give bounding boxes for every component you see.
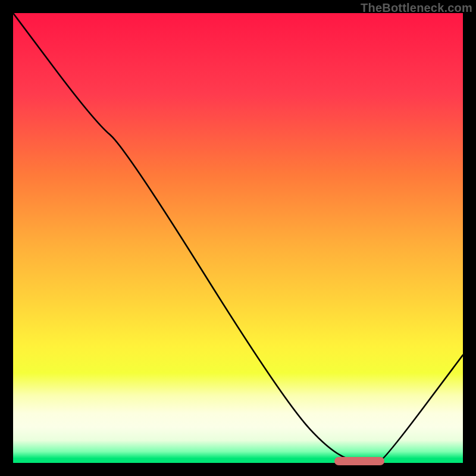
optimal-range-marker: [334, 457, 384, 465]
chart-frame: TheBottleneck.com: [0, 0, 476, 476]
plot-area: [13, 13, 463, 463]
curve-path: [13, 13, 463, 463]
bottleneck-curve: [13, 13, 463, 463]
